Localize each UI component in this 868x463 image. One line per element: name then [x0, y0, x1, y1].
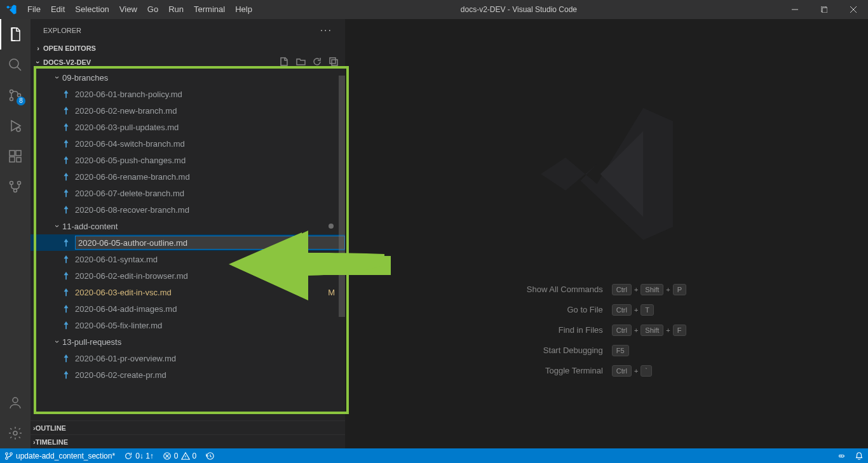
file-tree[interactable]: ›09-branches2020-06-01-branch-policy.md2…	[31, 69, 345, 420]
menu-go[interactable]: Go	[142, 0, 163, 19]
markdown-file-icon	[61, 90, 71, 98]
new-file-name-input[interactable]	[75, 236, 345, 250]
branch-name: update-add_content_section*	[16, 452, 115, 460]
file-row[interactable]: 2020-06-01-syntax.md	[31, 251, 345, 267]
markdown-file-icon	[61, 123, 71, 131]
scm-badge: 8	[17, 97, 25, 105]
workspace-section[interactable]: › DOCS-V2-DEV	[31, 55, 345, 69]
file-row[interactable]: 2020-06-03-pull-updates.md	[31, 119, 345, 135]
activity-extensions[interactable]	[0, 141, 31, 171]
file-row[interactable]: 2020-06-08-recover-branch.md	[31, 201, 345, 218]
new-file-icon[interactable]	[279, 57, 289, 68]
minimize-button[interactable]	[780, 0, 810, 19]
key-icon: Ctrl	[612, 365, 632, 377]
status-history-icon[interactable]	[201, 448, 219, 463]
shortcut-keys: Ctrl+T	[612, 304, 686, 316]
status-feedback-icon[interactable]	[832, 448, 850, 463]
file-row[interactable]: 2020-06-04-switch-branch.md	[31, 135, 345, 152]
menu-edit[interactable]: Edit	[46, 0, 70, 19]
file-name: 2020-06-01-pr-overview.md	[75, 354, 176, 363]
collapse-all-icon[interactable]	[329, 57, 339, 68]
file-row[interactable]: 2020-06-01-branch-policy.md	[31, 86, 345, 102]
sync-text: 0↓ 1↑	[135, 452, 154, 460]
activity-settings[interactable]	[0, 418, 31, 448]
window-controls	[780, 0, 868, 19]
markdown-file-icon	[61, 106, 71, 115]
scrollbar-thumb[interactable]	[339, 76, 345, 317]
file-name: 2020-06-08-recover-branch.md	[75, 205, 189, 215]
close-button[interactable]	[839, 0, 868, 19]
markdown-file-icon	[61, 321, 71, 330]
file-row[interactable]: 2020-06-04-add-images.md	[31, 300, 345, 317]
svg-rect-13	[16, 151, 21, 156]
file-row[interactable]: 2020-06-05-fix-linter.md	[31, 317, 345, 333]
file-row[interactable]: 2020-06-02-new-branch.md	[31, 102, 345, 119]
folder-row[interactable]: ›09-branches	[31, 69, 345, 86]
folder-row[interactable]: ›13-pull-requests	[31, 333, 345, 350]
status-sync[interactable]: 0↓ 1↑	[119, 448, 158, 463]
new-folder-icon[interactable]	[295, 57, 306, 68]
explorer-title: EXPLORER	[43, 27, 81, 34]
key-icon: Shift	[641, 325, 663, 336]
menu-file[interactable]: File	[22, 0, 46, 19]
svg-point-8	[10, 98, 13, 101]
markdown-file-icon	[61, 288, 71, 297]
status-problems[interactable]: 0 0	[158, 448, 201, 463]
explorer-more-icon[interactable]: ···	[320, 25, 332, 36]
maximize-button[interactable]	[810, 0, 839, 19]
menu-selection[interactable]: Selection	[70, 0, 114, 19]
activity-run-debug[interactable]	[0, 111, 31, 141]
modified-marker: M	[328, 288, 335, 297]
folder-row[interactable]: ›11-add-content	[31, 218, 345, 234]
activity-accounts[interactable]	[0, 387, 31, 418]
activity-github[interactable]	[0, 171, 31, 202]
file-row[interactable]: 2020-06-02-edit-in-browser.md	[31, 267, 345, 284]
svg-line-6	[17, 67, 21, 70]
menu-run[interactable]: Run	[163, 0, 189, 19]
key-icon: Ctrl	[612, 325, 632, 336]
chevron-down-icon: ›	[53, 72, 62, 83]
file-row[interactable]: 2020-06-02-create-pr.md	[31, 366, 345, 383]
open-editors-section[interactable]: › OPEN EDITORS	[31, 41, 345, 55]
file-row[interactable]: 2020-06-05-push-changes.md	[31, 152, 345, 168]
timeline-label: TIMELINE	[36, 438, 68, 446]
svg-rect-22	[332, 60, 337, 65]
explorer-sidebar: EXPLORER ··· › OPEN EDITORS › DOCS-V2-DE…	[31, 19, 345, 448]
activity-explorer[interactable]	[0, 19, 31, 50]
svg-point-23	[6, 452, 8, 455]
menu-view[interactable]: View	[114, 0, 142, 19]
vscode-logo-icon	[0, 4, 22, 15]
file-row[interactable]: 2020-06-01-pr-overview.md	[31, 350, 345, 366]
file-row[interactable]: 2020-06-03-edit-in-vsc.mdM	[31, 284, 345, 300]
outline-section[interactable]: › OUTLINE	[31, 420, 345, 434]
svg-point-7	[10, 90, 13, 93]
chevron-right-icon: ›	[33, 44, 43, 52]
folder-name: 11-add-content	[62, 222, 118, 231]
folder-name: 13-pull-requests	[62, 337, 121, 347]
menu-help[interactable]: Help	[230, 0, 257, 19]
status-bell-icon[interactable]	[850, 448, 868, 463]
refresh-icon[interactable]	[312, 57, 322, 68]
svg-rect-12	[10, 151, 15, 156]
explorer-header: EXPLORER ···	[31, 19, 345, 41]
svg-marker-10	[11, 121, 20, 131]
shortcut-keys: F5	[612, 345, 686, 356]
activity-source-control[interactable]: 8	[0, 80, 31, 111]
markdown-file-icon	[61, 189, 71, 198]
svg-rect-15	[17, 158, 21, 162]
markdown-file-icon	[61, 255, 71, 264]
activity-search[interactable]	[0, 50, 31, 80]
menu-terminal[interactable]: Terminal	[189, 0, 230, 19]
timeline-section[interactable]: › TIMELINE	[31, 434, 345, 448]
new-file-input-row[interactable]	[31, 234, 345, 251]
file-row[interactable]: 2020-06-06-rename-branch.md	[31, 168, 345, 185]
markdown-file-icon	[61, 139, 71, 148]
file-row[interactable]: 2020-06-07-delete-branch.md	[31, 185, 345, 201]
key-icon: `	[641, 365, 652, 377]
file-name: 2020-06-07-delete-branch.md	[75, 189, 184, 198]
status-bar: update-add_content_section* 0↓ 1↑ 0 0	[0, 448, 868, 463]
status-branch[interactable]: update-add_content_section*	[0, 448, 119, 463]
svg-rect-2	[822, 8, 827, 13]
markdown-file-icon	[61, 271, 71, 280]
shortcut-label: Toggle Terminal	[527, 366, 603, 375]
